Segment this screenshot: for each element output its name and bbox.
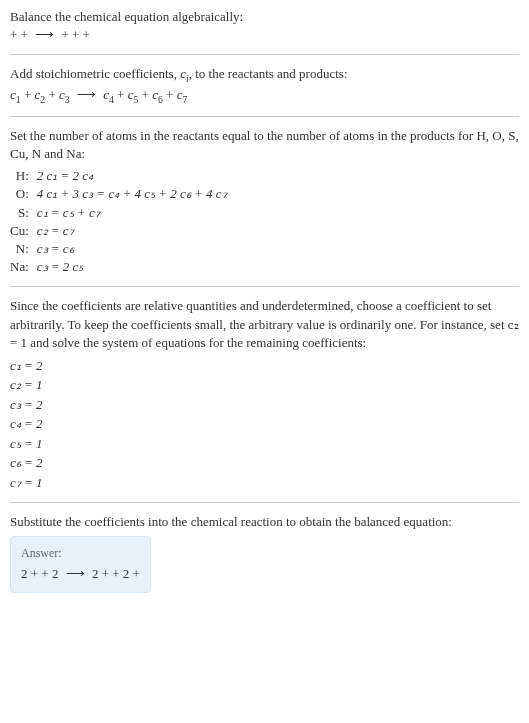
atom-equations: H: 2 c₁ = 2 c₄ O: 4 c₁ + 3 c₃ = c₄ + 4 c… (10, 167, 227, 276)
step1-equation: c1 + c2 + c3 ⟶ c4 + c5 + c6 + c7 (10, 86, 519, 106)
divider (10, 502, 519, 503)
s2: 2 (40, 93, 45, 104)
intro-line1: Balance the chemical equation algebraica… (10, 8, 519, 26)
divider (10, 116, 519, 117)
intro-section: Balance the chemical equation algebraica… (10, 8, 519, 44)
atom-label: Cu: (10, 222, 37, 240)
s6: 6 (158, 93, 163, 104)
plus: + (117, 87, 128, 102)
plus: + (166, 87, 177, 102)
step4-text: Substitute the coefficients into the che… (10, 513, 519, 531)
atom-row-o: O: 4 c₁ + 3 c₃ = c₄ + 4 c₅ + 2 c₆ + 4 c₇ (10, 185, 227, 203)
arrow-icon: ⟶ (73, 87, 100, 102)
arrow-icon: ⟶ (31, 27, 58, 42)
coef-c3: c₃ = 2 (10, 395, 519, 415)
coef-c6: c₆ = 2 (10, 453, 519, 473)
atom-eq: 4 c₁ + 3 c₃ = c₄ + 4 c₅ + 2 c₆ + 4 c₇ (37, 185, 227, 203)
step3-section: Since the coefficients are relative quan… (10, 297, 519, 492)
answer-label: Answer: (21, 545, 140, 562)
atom-eq: c₁ = c₅ + c₇ (37, 204, 227, 222)
s1: 1 (16, 93, 21, 104)
coef-c2: c₂ = 1 (10, 375, 519, 395)
atom-eq: c₃ = c₆ (37, 240, 227, 258)
atom-eq: c₂ = c₇ (37, 222, 227, 240)
step2-text: Set the number of atoms in the reactants… (10, 127, 519, 163)
coef-c7: c₇ = 1 (10, 473, 519, 493)
intro-equation: + + ⟶ + + + (10, 26, 519, 44)
intro-right: + + + (61, 27, 90, 42)
answer-left: 2 + + 2 (21, 566, 62, 581)
atom-row-na: Na: c₃ = 2 c₅ (10, 258, 227, 276)
answer-box: Answer: 2 + + 2 ⟶ 2 + + 2 + (10, 536, 151, 593)
step1-text-part1: Add stoichiometric coefficients, (10, 66, 180, 81)
plus: + (24, 87, 35, 102)
coef-c4: c₄ = 2 (10, 414, 519, 434)
plus: + (48, 87, 59, 102)
atom-label: S: (10, 204, 37, 222)
divider (10, 286, 519, 287)
s7: 7 (182, 93, 187, 104)
answer-right: 2 + + 2 + (92, 566, 140, 581)
coef-c1: c₁ = 2 (10, 356, 519, 376)
atom-row-s: S: c₁ = c₅ + c₇ (10, 204, 227, 222)
arrow-icon: ⟶ (62, 566, 89, 581)
plus: + (142, 87, 153, 102)
step3-text: Since the coefficients are relative quan… (10, 297, 519, 352)
step1-text: Add stoichiometric coefficients, ci, to … (10, 65, 519, 85)
s5: 5 (133, 93, 138, 104)
atom-label: N: (10, 240, 37, 258)
answer-equation: 2 + + 2 ⟶ 2 + + 2 + (21, 565, 140, 583)
coefficient-list: c₁ = 2 c₂ = 1 c₃ = 2 c₄ = 2 c₅ = 1 c₆ = … (10, 356, 519, 493)
divider (10, 54, 519, 55)
step1-section: Add stoichiometric coefficients, ci, to … (10, 65, 519, 105)
atom-eq: c₃ = 2 c₅ (37, 258, 227, 276)
step1-text-part2: , to the reactants and products: (189, 66, 348, 81)
atom-label: Na: (10, 258, 37, 276)
atom-label: O: (10, 185, 37, 203)
coef-c5: c₅ = 1 (10, 434, 519, 454)
atom-row-n: N: c₃ = c₆ (10, 240, 227, 258)
s3: 3 (65, 93, 70, 104)
atom-row-h: H: 2 c₁ = 2 c₄ (10, 167, 227, 185)
atom-eq: 2 c₁ = 2 c₄ (37, 167, 227, 185)
atom-row-cu: Cu: c₂ = c₇ (10, 222, 227, 240)
step4-section: Substitute the coefficients into the che… (10, 513, 519, 592)
s4: 4 (109, 93, 114, 104)
intro-left: + + (10, 27, 31, 42)
step2-section: Set the number of atoms in the reactants… (10, 127, 519, 277)
atom-label: H: (10, 167, 37, 185)
